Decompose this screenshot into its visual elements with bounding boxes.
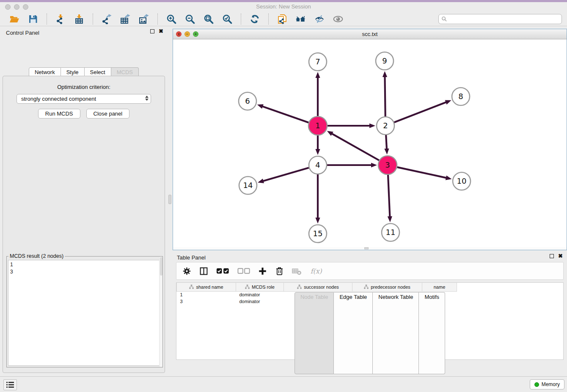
edge-3-10[interactable] [397,167,446,178]
column-header-predecessor-nodes[interactable]: predecessor nodes [352,283,422,291]
zoom-fit-icon[interactable] [203,13,215,25]
edge-arrow-3-11 [388,216,392,222]
optimization-criterion-dropdown[interactable]: strongly connected component [17,94,151,104]
edge-3-1[interactable] [331,133,379,160]
table-tab-motifs[interactable]: Motifs [419,292,445,374]
add-row-icon[interactable] [258,267,267,276]
network-canvas[interactable]: 7968124314101511 [173,39,567,247]
network-window-edge [173,247,567,250]
node-label-15: 15 [313,229,323,238]
export-image-icon[interactable] [138,13,150,25]
open-file-icon[interactable] [8,13,20,25]
application-window: Session: New Session Control Panel ✖ Net… [0,0,567,392]
node-label-14: 14 [243,181,253,190]
deselect-all-rows-icon[interactable] [237,267,250,276]
column-header-shared-name[interactable]: shared name [177,283,236,291]
edge-4-14[interactable] [263,168,309,181]
table-float-panel-icon[interactable] [550,254,554,258]
edge-arrow-2-8 [445,100,451,105]
search-input[interactable] [438,14,562,24]
svg-text:f(x): f(x) [311,267,322,275]
memory-label: Memory [542,381,560,387]
edge-arrow-1-4 [315,149,320,155]
mcds-result-group: MCDS result (2 nodes) 1 3 [6,256,163,367]
export-table-icon[interactable] [119,13,131,25]
hide-display-icon[interactable] [314,13,325,25]
save-session-icon[interactable] [27,13,39,25]
delete-table-icon[interactable] [292,267,302,276]
table-tab-edge-table[interactable]: Edge Table [334,292,373,374]
column-visibility-icon[interactable] [199,267,208,276]
close-panel-button[interactable]: Close panel [86,109,130,119]
divider-grip[interactable] [168,195,171,204]
zoom-selected-icon[interactable] [221,13,233,25]
float-panel-icon[interactable] [150,29,154,33]
table-toolbar: f(x) [176,262,564,280]
network-close-icon[interactable]: x [176,31,182,37]
zoom-out-icon[interactable] [184,13,196,25]
show-display-icon[interactable] [332,13,344,25]
node-label-4: 4 [315,160,320,169]
network-view-window: x − + scc.txt 7968124314101511 [173,29,567,250]
node-label-9: 9 [382,56,387,65]
optimization-criterion-label: Optimization criterion: [3,84,165,90]
clone-network-icon[interactable] [276,13,288,25]
memory-button[interactable]: Memory [530,379,564,389]
toolbar-separator [241,14,241,25]
panel-divider[interactable] [168,26,173,376]
edge-2-9[interactable] [385,76,385,116]
table-panel: Table Panel ✖ f(x) shared nameMCDS roles… [173,251,567,376]
panel-menu-button[interactable] [3,379,17,390]
column-header-name[interactable]: name [422,283,457,291]
import-network-icon[interactable] [55,13,66,25]
close-panel-icon[interactable]: ✖ [159,29,163,33]
edge-2-3[interactable] [386,135,387,149]
panel-menu-icon [6,381,14,388]
edge-2-8[interactable] [394,102,447,122]
edge-arrow-2-3 [384,149,389,155]
dropdown-arrows-icon [145,96,149,101]
refresh-layout-icon[interactable] [249,13,261,25]
table-tabs: Node TableEdge TableNetwork TableMotifs [173,292,567,374]
edge-1-6[interactable] [262,106,308,123]
node-label-8: 8 [458,92,463,101]
result-scrollbar[interactable] [159,257,162,367]
table-close-panel-icon[interactable]: ✖ [558,254,563,258]
table-panel-title: Table Panel [177,254,206,261]
export-network-icon[interactable] [101,13,113,25]
network-minimize-icon[interactable]: − [184,31,190,37]
status-bar: Memory [0,376,567,392]
function-builder-icon[interactable]: f(x) [310,267,323,276]
edge-arrow-2-9 [383,71,387,77]
home-icon[interactable] [295,13,307,25]
node-label-2: 2 [383,121,388,130]
toolbar-separator [93,14,93,25]
edge-arrow-4-14 [258,179,264,183]
import-table-icon[interactable] [73,13,85,25]
edge-3-11[interactable] [388,175,390,217]
run-mcds-button[interactable]: Run MCDS [38,109,80,119]
node-label-10: 10 [457,177,467,185]
network-window-title: scc.txt [173,29,567,37]
table-tab-node-table[interactable]: Node Table [295,292,334,374]
select-all-rows-icon[interactable] [216,267,229,276]
edge-arrow-4-3 [371,163,377,167]
control-panel: Control Panel ✖ NetworkStyleSelectMCDS O… [0,26,168,376]
network-maximize-icon[interactable]: + [193,31,198,37]
delete-row-icon[interactable] [275,267,284,276]
search-field [438,14,562,24]
column-header-successor-nodes[interactable]: successor nodes [284,283,352,291]
control-panel-title: Control Panel [6,30,39,36]
table-settings-gear-icon[interactable] [182,267,191,276]
node-label-6: 6 [245,97,250,105]
edge-arrow-3-10 [446,175,452,180]
network-window-titlebar[interactable]: x − + scc.txt [173,29,567,39]
zoom-in-icon[interactable] [165,13,177,25]
column-header-MCDS-role[interactable]: MCDS role [236,283,284,291]
memory-status-icon [534,382,539,387]
network-resize-grip[interactable] [364,247,369,249]
table-tab-network-table[interactable]: Network Table [373,292,419,374]
edge-arrow-1-2 [369,123,375,128]
node-label-1: 1 [315,121,320,130]
mcds-result-text[interactable]: 1 3 [8,260,161,366]
